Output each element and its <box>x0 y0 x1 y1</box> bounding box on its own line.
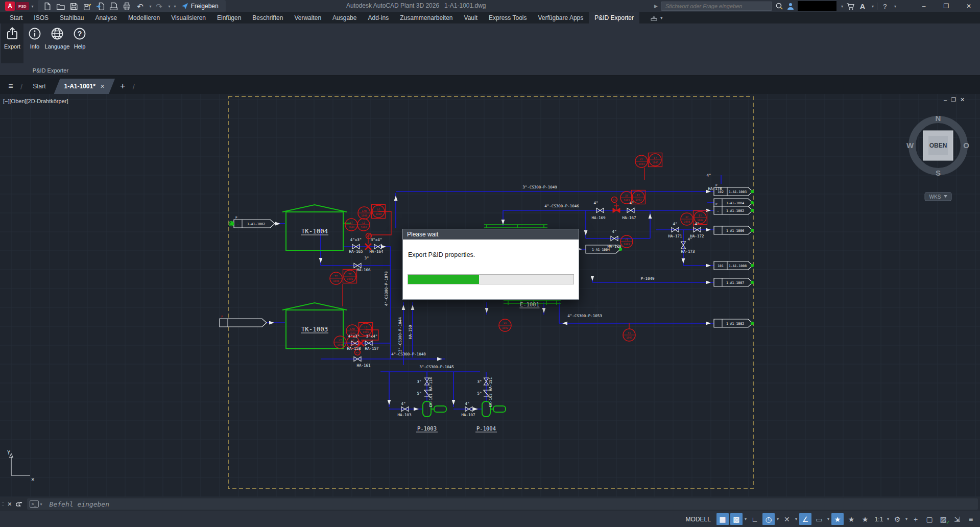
close-tab-icon[interactable]: ✕ <box>100 83 105 90</box>
cad-label[interactable]: HA-150 <box>408 325 413 339</box>
open-folder-icon[interactable] <box>55 1 66 11</box>
cad-label[interactable]: CK-101 HA-114 <box>428 377 433 407</box>
graphics-performance-icon[interactable]: ▨✓ <box>937 513 949 525</box>
cad-label[interactable]: HA-172 <box>690 234 704 238</box>
ribbon-tab-verf-gbare-apps[interactable]: Verfügbare Apps <box>533 12 589 23</box>
dynamic-ucs-icon[interactable]: ▭ <box>813 513 825 525</box>
cad-label[interactable]: E-1001 <box>520 301 539 307</box>
instrument-bubble[interactable]: TT1006 <box>343 270 357 283</box>
cad-label[interactable]: 4" <box>612 229 616 234</box>
ribbon-tab-verwalten[interactable]: Verwalten <box>289 12 327 23</box>
offpage-connector[interactable]: 1-A1-1006 <box>714 226 753 234</box>
command-history-icon[interactable]: ▾ <box>40 502 42 507</box>
cad-label[interactable]: HA-173 <box>681 249 695 254</box>
help-button[interactable]: ?Help <box>68 23 91 50</box>
instrument-bubble[interactable]: XY1003 <box>635 155 648 167</box>
instrument-bubble[interactable]: LT1008 <box>345 219 357 231</box>
cad-label[interactable]: 5" <box>477 391 482 396</box>
cad-label[interactable]: 4"-CS300-P-1046 <box>544 204 579 208</box>
cad-label[interactable]: 5" <box>417 391 421 396</box>
compass-south[interactable]: S <box>936 169 941 177</box>
plot-icon[interactable] <box>108 1 119 11</box>
cad-label[interactable]: HA-161 <box>356 363 370 368</box>
annotation-scale-value[interactable]: 1:1 <box>873 513 885 525</box>
cad-label[interactable]: CK-102 HA-151 <box>488 377 493 408</box>
cad-label[interactable]: 3"x4" <box>366 334 378 339</box>
ribbon-tab-isos[interactable]: ISOS <box>28 12 54 23</box>
undo-button[interactable]: ↶ <box>135 1 146 11</box>
account-dropdown-icon[interactable]: ▾ <box>841 4 843 9</box>
ribbon-collapse-button[interactable]: ▾ <box>651 12 663 23</box>
cad-label[interactable]: 3"-CS300-P-1049 <box>522 185 557 189</box>
polar-tracking-icon[interactable]: ◷ <box>762 513 775 525</box>
cad-label[interactable]: HA-158 <box>347 346 361 351</box>
clean-screen-icon[interactable]: ⇲ <box>951 513 963 525</box>
cad-label[interactable]: HA-178 <box>708 186 722 191</box>
info-button[interactable]: Info <box>23 23 46 50</box>
osnap-tracking-icon[interactable]: ✕ <box>781 513 793 525</box>
cad-label[interactable]: 3" <box>364 256 369 260</box>
cad-label[interactable]: 4" <box>465 401 469 406</box>
viewcube[interactable]: NSWOOBENWKS <box>900 95 976 206</box>
instrument-bubble[interactable]: XY1004 <box>681 213 693 225</box>
instrument-bubble[interactable]: LT1006 <box>334 336 346 348</box>
tank-tk-1003[interactable]: TK-1003 <box>282 303 347 349</box>
workspace-icon[interactable]: ⚙ <box>891 513 903 525</box>
cad-label[interactable]: 4" <box>673 222 677 226</box>
instrument-bubble[interactable]: LG1008 <box>372 205 386 219</box>
export-dwg-icon[interactable] <box>95 1 106 11</box>
export-button[interactable]: Export <box>1 23 23 63</box>
wrench-icon[interactable] <box>16 500 23 508</box>
file-tab-start[interactable]: Start <box>25 79 54 94</box>
restore-button[interactable]: ❐ <box>935 0 958 12</box>
cad-label[interactable]: HA-164 <box>369 249 384 254</box>
ribbon-tab-add-ins[interactable]: Add-ins <box>362 12 394 23</box>
close-button[interactable]: ✕ <box>958 0 980 12</box>
instrument-bubble[interactable]: TI1003 <box>623 329 635 341</box>
instrument-bubble[interactable]: FE1003 <box>620 235 633 248</box>
isolate-objects-icon[interactable]: ▢ <box>923 513 936 525</box>
viewcube-top-label[interactable]: OBEN <box>929 142 947 149</box>
ribbon-tab-analyse[interactable]: Analyse <box>89 12 123 23</box>
qat-customize-icon[interactable]: ▾ <box>174 4 176 9</box>
grid-icon[interactable]: ▦ <box>716 513 729 525</box>
ribbon-tab-einf-gen[interactable]: Einfügen <box>211 12 247 23</box>
new-drawing-tab-button[interactable]: + <box>115 81 131 94</box>
ribbon-tab-stahlbau[interactable]: Stahlbau <box>54 12 89 23</box>
undo-dropdown-icon[interactable]: ▾ <box>150 4 152 9</box>
instrument-bubble[interactable]: XV1002 <box>499 319 511 331</box>
cad-label[interactable]: 3" <box>477 379 482 384</box>
app-store-cart-icon[interactable] <box>846 3 855 10</box>
ribbon-tab-vault[interactable]: Vault <box>459 12 483 23</box>
cad-label[interactable]: 4" <box>695 222 699 226</box>
language-button[interactable]: Language <box>46 23 68 50</box>
cad-label[interactable]: HA-170 <box>607 244 622 249</box>
cad-label[interactable]: 4" <box>629 201 634 205</box>
ribbon-tab-beschriften[interactable]: Beschriften <box>247 12 289 23</box>
cad-label[interactable]: 3"-CS300-P-1044 <box>398 317 402 352</box>
viewport-controls-label[interactable]: [−][Oben][2D-Drahtkörper] <box>3 98 68 104</box>
cad-label[interactable]: 4" <box>593 201 598 205</box>
cad-label[interactable]: 4"-CS300-P-1048 <box>391 352 426 356</box>
polar-tracking-icon-dropdown[interactable]: ▾ <box>776 517 779 521</box>
compass-west[interactable]: W <box>906 141 914 150</box>
offpage-connector[interactable]: 1-A1-1002 <box>714 319 753 327</box>
command-input[interactable]: >_ ▾ Befehl eingeben <box>27 498 978 510</box>
print-icon[interactable] <box>122 1 133 11</box>
command-close-icon[interactable]: ✕ <box>7 501 12 508</box>
redo-dropdown-icon[interactable]: ▾ <box>169 4 171 9</box>
ortho-icon[interactable]: ∟ <box>749 513 761 525</box>
cad-label[interactable]: 4" <box>401 401 405 406</box>
compass-north[interactable]: N <box>936 114 941 123</box>
help-icon[interactable]: ? <box>880 3 890 10</box>
snap-icon[interactable]: ▩ <box>730 513 743 525</box>
cad-label[interactable]: 4"-CS300-P-1053 <box>567 314 602 318</box>
minimize-button[interactable]: – <box>913 0 935 12</box>
redo-button[interactable]: ↷ <box>154 1 165 11</box>
application-menu-button[interactable]: A P3D ▾ <box>5 2 34 11</box>
crosshair-icon[interactable]: + <box>910 513 922 525</box>
ribbon-tab-zusammenarbeiten[interactable]: Zusammenarbeiten <box>394 12 458 23</box>
command-prompt-icon[interactable]: >_ <box>30 500 39 508</box>
snap-icon-dropdown[interactable]: ▾ <box>744 517 747 521</box>
cad-label[interactable]: 4"x3" <box>350 237 362 242</box>
